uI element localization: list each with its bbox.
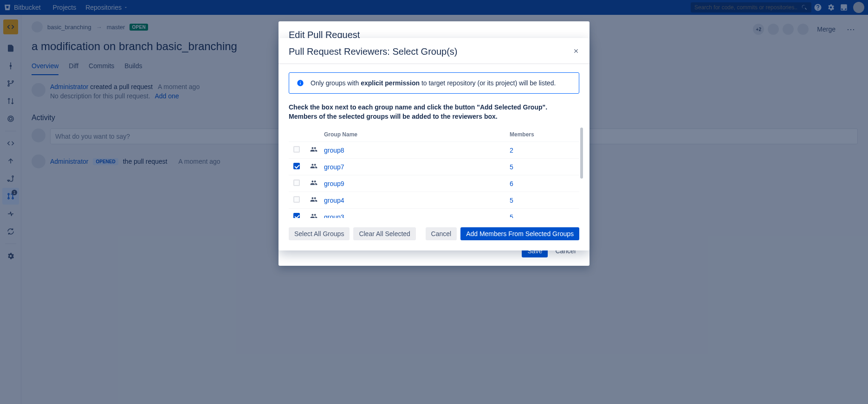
- group-table: Group Name Members group82group75group96…: [289, 128, 579, 218]
- group-icon: [310, 212, 317, 218]
- info-icon: [297, 79, 304, 87]
- group-members-link[interactable]: 2: [510, 147, 575, 154]
- info-text-post: to target repository (or its project) wi…: [420, 79, 556, 87]
- table-row: group82: [289, 141, 579, 158]
- group-rows[interactable]: group82group75group96group45group35group…: [289, 141, 579, 218]
- group-icon: [310, 146, 317, 153]
- close-icon: [573, 48, 579, 54]
- add-members-button[interactable]: Add Members From Selected Groups: [460, 227, 579, 240]
- group-icon: [310, 162, 317, 170]
- instructions-line2: Members of the selected groups will be a…: [289, 113, 498, 120]
- scrollbar-thumb[interactable]: [580, 128, 583, 179]
- group-checkbox[interactable]: [293, 180, 300, 186]
- group-name-link[interactable]: group8: [324, 147, 510, 154]
- table-row: group45: [289, 192, 579, 208]
- clear-all-button[interactable]: Clear All Selected: [353, 227, 416, 240]
- close-button[interactable]: [573, 48, 579, 56]
- group-checkbox[interactable]: [293, 213, 300, 218]
- instructions: Check the box next to each group name an…: [289, 103, 579, 121]
- info-text-pre: Only groups with: [311, 79, 361, 87]
- instructions-line1: Check the box next to each group name an…: [289, 103, 547, 111]
- modal-footer: Select All Groups Clear All Selected Can…: [279, 218, 589, 250]
- table-row: group96: [289, 175, 579, 192]
- select-all-button[interactable]: Select All Groups: [289, 227, 350, 240]
- group-members-link[interactable]: 6: [510, 180, 575, 187]
- info-banner: Only groups with explicit permission to …: [289, 72, 579, 94]
- modal-title: Pull Request Reviewers: Select Group(s): [289, 46, 457, 57]
- group-checkbox[interactable]: [293, 146, 300, 153]
- group-members-link[interactable]: 5: [510, 213, 575, 218]
- group-name-link[interactable]: group3: [324, 213, 510, 218]
- modal-overlay: Edit Pull Request Save Cancel Pull Reque…: [0, 0, 868, 404]
- group-members-link[interactable]: 5: [510, 197, 575, 204]
- group-checkbox[interactable]: [293, 196, 300, 203]
- group-checkbox[interactable]: [293, 163, 300, 169]
- cancel-button[interactable]: Cancel: [426, 227, 457, 240]
- group-name-link[interactable]: group9: [324, 180, 510, 187]
- group-name-link[interactable]: group4: [324, 197, 510, 204]
- col-members: Members: [510, 131, 575, 138]
- group-icon: [310, 196, 317, 203]
- table-row: group35: [289, 208, 579, 218]
- info-text-bold: explicit permission: [361, 79, 420, 87]
- table-header: Group Name Members: [289, 128, 579, 141]
- table-row: group75: [289, 158, 579, 175]
- group-members-link[interactable]: 5: [510, 163, 575, 171]
- group-icon: [310, 179, 317, 186]
- group-name-link[interactable]: group7: [324, 163, 510, 171]
- col-group-name: Group Name: [324, 131, 510, 138]
- select-groups-modal: Pull Request Reviewers: Select Group(s) …: [279, 38, 589, 250]
